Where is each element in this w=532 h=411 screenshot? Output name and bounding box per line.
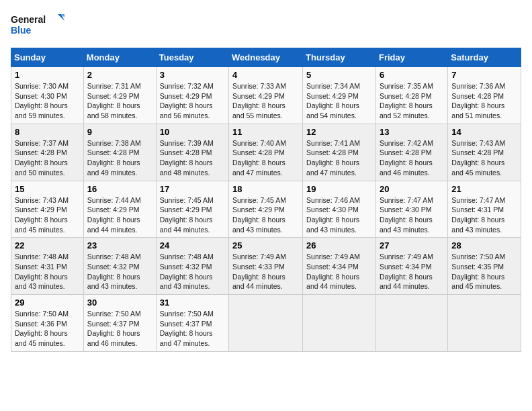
day-info: Sunrise: 7:42 AM Sunset: 4:28 PM Dayligh… — [380, 138, 444, 178]
day-number: 26 — [306, 240, 372, 250]
calendar-day-cell: 12 Sunrise: 7:41 AM Sunset: 4:28 PM Dayl… — [303, 124, 376, 181]
day-number: 25 — [232, 240, 299, 250]
logo: General Blue — [11, 11, 64, 41]
weekday-header-wednesday: Wednesday — [229, 48, 303, 67]
day-info: Sunrise: 7:47 AM Sunset: 4:30 PM Dayligh… — [380, 195, 444, 235]
day-number: 3 — [160, 70, 225, 80]
weekday-header-monday: Monday — [83, 48, 156, 67]
day-info: Sunrise: 7:31 AM Sunset: 4:29 PM Dayligh… — [87, 81, 152, 121]
day-number: 13 — [380, 127, 444, 137]
day-number: 9 — [87, 127, 152, 137]
calendar-day-cell: 16 Sunrise: 7:44 AM Sunset: 4:29 PM Dayl… — [83, 181, 156, 238]
calendar-day-cell: 2 Sunrise: 7:31 AM Sunset: 4:29 PM Dayli… — [83, 67, 156, 124]
day-info: Sunrise: 7:43 AM Sunset: 4:28 PM Dayligh… — [451, 138, 517, 178]
day-number: 8 — [15, 127, 80, 137]
calendar-day-cell: 8 Sunrise: 7:37 AM Sunset: 4:28 PM Dayli… — [11, 124, 84, 181]
day-number: 6 — [380, 70, 444, 80]
weekday-header-tuesday: Tuesday — [156, 48, 228, 67]
day-number: 12 — [306, 127, 372, 137]
day-number: 21 — [451, 184, 517, 194]
calendar-day-cell — [375, 295, 447, 352]
day-info: Sunrise: 7:33 AM Sunset: 4:29 PM Dayligh… — [232, 81, 299, 121]
day-number: 10 — [160, 127, 225, 137]
day-number: 20 — [380, 184, 444, 194]
day-info: Sunrise: 7:50 AM Sunset: 4:35 PM Dayligh… — [451, 252, 517, 291]
day-number: 24 — [160, 240, 225, 250]
day-number: 17 — [160, 184, 225, 194]
day-info: Sunrise: 7:39 AM Sunset: 4:28 PM Dayligh… — [160, 138, 225, 178]
calendar-day-cell — [229, 295, 303, 352]
calendar-week-row: 8 Sunrise: 7:37 AM Sunset: 4:28 PM Dayli… — [11, 124, 521, 181]
day-number: 29 — [15, 298, 80, 308]
day-info: Sunrise: 7:45 AM Sunset: 4:29 PM Dayligh… — [232, 195, 299, 235]
day-info: Sunrise: 7:37 AM Sunset: 4:28 PM Dayligh… — [15, 138, 80, 178]
day-info: Sunrise: 7:43 AM Sunset: 4:29 PM Dayligh… — [15, 195, 80, 235]
day-info: Sunrise: 7:36 AM Sunset: 4:28 PM Dayligh… — [451, 81, 517, 121]
day-info: Sunrise: 7:49 AM Sunset: 4:34 PM Dayligh… — [306, 252, 372, 291]
calendar-day-cell: 5 Sunrise: 7:34 AM Sunset: 4:29 PM Dayli… — [303, 67, 376, 124]
calendar-day-cell: 15 Sunrise: 7:43 AM Sunset: 4:29 PM Dayl… — [11, 181, 84, 238]
day-info: Sunrise: 7:41 AM Sunset: 4:28 PM Dayligh… — [306, 138, 372, 178]
day-number: 2 — [87, 70, 152, 80]
calendar-table: SundayMondayTuesdayWednesdayThursdayFrid… — [11, 48, 521, 352]
weekday-header-friday: Friday — [375, 48, 447, 67]
day-info: Sunrise: 7:44 AM Sunset: 4:29 PM Dayligh… — [87, 195, 152, 235]
calendar-day-cell: 31 Sunrise: 7:50 AM Sunset: 4:37 PM Dayl… — [156, 295, 228, 352]
day-info: Sunrise: 7:50 AM Sunset: 4:37 PM Dayligh… — [160, 309, 225, 349]
calendar-week-row: 15 Sunrise: 7:43 AM Sunset: 4:29 PM Dayl… — [11, 181, 521, 238]
day-number: 30 — [87, 298, 152, 308]
day-info: Sunrise: 7:48 AM Sunset: 4:32 PM Dayligh… — [87, 252, 152, 291]
calendar-day-cell: 21 Sunrise: 7:47 AM Sunset: 4:31 PM Dayl… — [448, 181, 521, 238]
calendar-day-cell: 1 Sunrise: 7:30 AM Sunset: 4:30 PM Dayli… — [11, 67, 84, 124]
day-info: Sunrise: 7:40 AM Sunset: 4:28 PM Dayligh… — [232, 138, 299, 178]
day-number: 22 — [15, 240, 80, 250]
weekday-header-sunday: Sunday — [11, 48, 84, 67]
day-number: 19 — [306, 184, 372, 194]
calendar-week-row: 22 Sunrise: 7:48 AM Sunset: 4:31 PM Dayl… — [11, 238, 521, 295]
calendar-day-cell: 4 Sunrise: 7:33 AM Sunset: 4:29 PM Dayli… — [229, 67, 303, 124]
header: General Blue — [11, 11, 521, 41]
day-info: Sunrise: 7:45 AM Sunset: 4:29 PM Dayligh… — [160, 195, 225, 235]
svg-text:General: General — [11, 14, 46, 25]
calendar-day-cell: 27 Sunrise: 7:49 AM Sunset: 4:34 PM Dayl… — [375, 238, 447, 295]
calendar-day-cell: 29 Sunrise: 7:50 AM Sunset: 4:36 PM Dayl… — [11, 295, 84, 352]
calendar-day-cell — [448, 295, 521, 352]
day-number: 7 — [451, 70, 517, 80]
day-info: Sunrise: 7:48 AM Sunset: 4:31 PM Dayligh… — [15, 252, 80, 291]
calendar-day-cell: 17 Sunrise: 7:45 AM Sunset: 4:29 PM Dayl… — [156, 181, 228, 238]
day-info: Sunrise: 7:48 AM Sunset: 4:32 PM Dayligh… — [160, 252, 225, 291]
weekday-header-saturday: Saturday — [448, 48, 521, 67]
weekday-header-row: SundayMondayTuesdayWednesdayThursdayFrid… — [11, 48, 521, 67]
svg-text:Blue: Blue — [11, 25, 32, 36]
day-info: Sunrise: 7:30 AM Sunset: 4:30 PM Dayligh… — [15, 81, 80, 121]
calendar-day-cell: 19 Sunrise: 7:46 AM Sunset: 4:30 PM Dayl… — [303, 181, 376, 238]
day-info: Sunrise: 7:32 AM Sunset: 4:29 PM Dayligh… — [160, 81, 225, 121]
day-info: Sunrise: 7:34 AM Sunset: 4:29 PM Dayligh… — [306, 81, 372, 121]
day-number: 31 — [160, 298, 225, 308]
calendar-day-cell: 20 Sunrise: 7:47 AM Sunset: 4:30 PM Dayl… — [375, 181, 447, 238]
day-number: 11 — [232, 127, 299, 137]
day-info: Sunrise: 7:50 AM Sunset: 4:37 PM Dayligh… — [87, 309, 152, 349]
calendar-day-cell: 14 Sunrise: 7:43 AM Sunset: 4:28 PM Dayl… — [448, 124, 521, 181]
day-number: 28 — [451, 240, 517, 250]
day-number: 1 — [15, 70, 80, 80]
day-number: 16 — [87, 184, 152, 194]
calendar-day-cell: 24 Sunrise: 7:48 AM Sunset: 4:32 PM Dayl… — [156, 238, 228, 295]
calendar-day-cell: 30 Sunrise: 7:50 AM Sunset: 4:37 PM Dayl… — [83, 295, 156, 352]
calendar-week-row: 1 Sunrise: 7:30 AM Sunset: 4:30 PM Dayli… — [11, 67, 521, 124]
calendar-day-cell: 7 Sunrise: 7:36 AM Sunset: 4:28 PM Dayli… — [448, 67, 521, 124]
calendar-day-cell: 3 Sunrise: 7:32 AM Sunset: 4:29 PM Dayli… — [156, 67, 228, 124]
calendar-day-cell: 9 Sunrise: 7:38 AM Sunset: 4:28 PM Dayli… — [83, 124, 156, 181]
calendar-week-row: 29 Sunrise: 7:50 AM Sunset: 4:36 PM Dayl… — [11, 295, 521, 352]
day-number: 4 — [232, 70, 299, 80]
day-info: Sunrise: 7:50 AM Sunset: 4:36 PM Dayligh… — [15, 309, 80, 349]
day-number: 15 — [15, 184, 80, 194]
weekday-header-thursday: Thursday — [303, 48, 376, 67]
calendar-day-cell: 28 Sunrise: 7:50 AM Sunset: 4:35 PM Dayl… — [448, 238, 521, 295]
calendar-day-cell — [303, 295, 376, 352]
day-info: Sunrise: 7:49 AM Sunset: 4:34 PM Dayligh… — [380, 252, 444, 291]
calendar-day-cell: 26 Sunrise: 7:49 AM Sunset: 4:34 PM Dayl… — [303, 238, 376, 295]
day-info: Sunrise: 7:35 AM Sunset: 4:28 PM Dayligh… — [380, 81, 444, 121]
calendar-day-cell: 11 Sunrise: 7:40 AM Sunset: 4:28 PM Dayl… — [229, 124, 303, 181]
day-number: 5 — [306, 70, 372, 80]
